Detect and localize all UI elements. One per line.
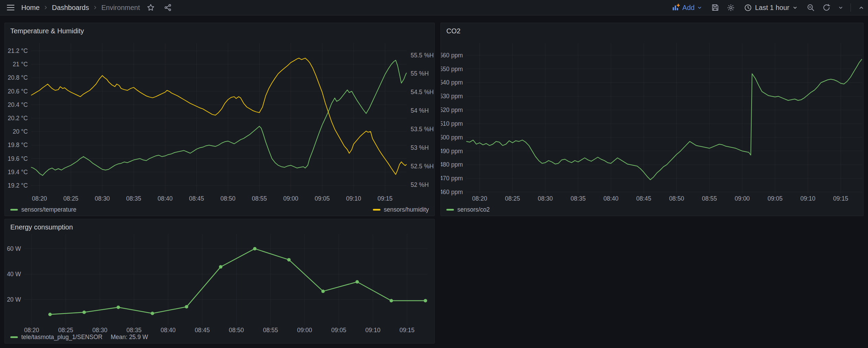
panel-temp-humidity: Temperature & Humidity 21.2 °C21 °C20.8 … (4, 23, 435, 216)
chart-canvas: 560 ppm550 ppm540 ppm530 ppm520 ppm510 p… (441, 23, 863, 216)
svg-text:08:40: 08:40 (158, 195, 173, 202)
panel-title-co2[interactable]: CO2 (446, 27, 460, 35)
svg-text:490 ppm: 490 ppm (441, 148, 463, 155)
temp-humidity-legend: sensors/temperaturesensors/humidity (10, 206, 429, 213)
x-axis-labels: 08:2008:2508:3008:3508:4008:4508:5008:55… (32, 195, 392, 202)
svg-text:460 ppm: 460 ppm (441, 189, 463, 195)
chevron-right-icon (93, 5, 98, 10)
gridlines (466, 43, 862, 193)
svg-text:520 ppm: 520 ppm (441, 106, 463, 113)
svg-text:08:35: 08:35 (571, 195, 586, 202)
svg-text:560 ppm: 560 ppm (441, 52, 463, 59)
legend-item-sensors-temperature[interactable]: sensors/temperature (10, 206, 77, 213)
panel-title-energy[interactable]: Energy consumption (10, 223, 73, 231)
breadcrumb-environment: Environment (101, 4, 140, 12)
chevron-right-icon (43, 5, 48, 10)
panel-energy: Energy consumption 60 W40 W20 W08:2008:2… (4, 219, 435, 344)
svg-text:55 %H: 55 %H (411, 70, 429, 77)
breadcrumb-dashboards[interactable]: Dashboards (52, 4, 89, 12)
energy-chart[interactable]: 60 W40 W20 W08:2008:2508:3008:3508:4008:… (5, 219, 434, 343)
add-label: Add (682, 4, 695, 12)
svg-text:19.6 °C: 19.6 °C (8, 155, 28, 162)
breadcrumb-home[interactable]: Home (21, 4, 39, 12)
y-axis-left-labels: 560 ppm550 ppm540 ppm530 ppm520 ppm510 p… (441, 52, 463, 195)
svg-text:540 ppm: 540 ppm (441, 79, 463, 86)
nav-right-group: Add (668, 2, 866, 13)
svg-text:21.2 °C: 21.2 °C (8, 47, 28, 54)
svg-text:52 %H: 52 %H (411, 181, 429, 188)
co2-chart[interactable]: 560 ppm550 ppm540 ppm530 ppm520 ppm510 p… (441, 23, 863, 216)
svg-text:09:10: 09:10 (800, 195, 815, 202)
gridlines (31, 43, 407, 193)
svg-text:40 W: 40 W (7, 271, 21, 278)
y-axis-left-labels: 21.2 °C21 °C20.8 °C20.6 °C20.4 °C20.2 °C… (8, 47, 28, 189)
svg-text:08:50: 08:50 (229, 327, 244, 334)
caret-up-icon[interactable] (856, 2, 866, 13)
chart-canvas: 60 W40 W20 W08:2008:2508:3008:3508:4008:… (5, 219, 434, 343)
svg-text:54 %H: 54 %H (411, 107, 429, 114)
time-range-picker[interactable]: Last 1 hour (741, 2, 801, 13)
svg-text:09:00: 09:00 (283, 195, 298, 202)
legend-label: tele/tasmota_plug_1/SENSOR (21, 334, 102, 341)
chevron-down-icon (792, 5, 798, 10)
svg-text:21 °C: 21 °C (13, 61, 28, 68)
add-button[interactable]: Add (668, 2, 706, 13)
save-dashboard-icon[interactable] (709, 2, 721, 13)
svg-text:08:20: 08:20 (32, 195, 47, 202)
svg-text:20.4 °C: 20.4 °C (8, 101, 28, 108)
settings-gear-icon[interactable] (725, 2, 737, 13)
svg-text:08:55: 08:55 (263, 327, 278, 334)
svg-text:500 ppm: 500 ppm (441, 134, 463, 141)
svg-text:09:05: 09:05 (767, 195, 783, 202)
svg-text:09:10: 09:10 (346, 195, 361, 202)
svg-text:08:40: 08:40 (603, 195, 618, 202)
legend-item-sensors-co2[interactable]: sensors/co2 (446, 206, 490, 213)
svg-text:19.2 °C: 19.2 °C (8, 182, 28, 189)
svg-text:08:20: 08:20 (24, 327, 39, 334)
svg-text:53.5 %H: 53.5 %H (411, 126, 434, 133)
menu-icon[interactable] (5, 2, 16, 13)
svg-text:08:50: 08:50 (220, 195, 236, 202)
legend-item-tele-tasmota-plug-1-SENSOR[interactable]: tele/tasmota_plug_1/SENSORMean: 25.9 W (10, 334, 148, 341)
legend-item-sensors-humidity[interactable]: sensors/humidity (373, 206, 429, 213)
legend-label: sensors/co2 (457, 206, 490, 213)
breadcrumb: Home Dashboards Environment (21, 4, 140, 12)
svg-text:08:40: 08:40 (161, 327, 176, 334)
svg-text:480 ppm: 480 ppm (441, 161, 463, 168)
svg-text:08:50: 08:50 (669, 195, 684, 202)
svg-text:08:45: 08:45 (636, 195, 651, 202)
svg-text:19.8 °C: 19.8 °C (8, 142, 28, 148)
svg-text:530 ppm: 530 ppm (441, 93, 463, 100)
series-sensors-co2 (467, 59, 862, 180)
series-color-marker (373, 209, 380, 211)
svg-text:08:45: 08:45 (189, 195, 204, 202)
svg-text:550 ppm: 550 ppm (441, 66, 463, 72)
svg-text:53 %H: 53 %H (411, 144, 429, 151)
top-nav: Home Dashboards Environment (0, 0, 868, 15)
series-sensors-humidity (31, 58, 406, 175)
temp-humidity-chart[interactable]: 21.2 °C21 °C20.8 °C20.6 °C20.4 °C20.2 °C… (5, 23, 434, 216)
series-color-marker (446, 209, 454, 211)
svg-text:19.4 °C: 19.4 °C (8, 169, 28, 176)
chevron-down-icon (838, 5, 843, 10)
svg-text:08:25: 08:25 (64, 195, 79, 202)
nav-left-group: Home Dashboards Environment (5, 2, 174, 13)
panel-title-temp-humidity[interactable]: Temperature & Humidity (10, 27, 84, 35)
star-icon[interactable] (145, 2, 157, 13)
refresh-interval-dropdown[interactable] (836, 2, 845, 13)
legend-stat-mean: Mean: 25.9 W (111, 334, 148, 341)
time-range-label: Last 1 hour (755, 4, 789, 12)
share-icon[interactable] (162, 2, 174, 13)
series-color-marker (10, 336, 18, 338)
zoom-out-icon[interactable] (804, 2, 817, 13)
chevron-down-icon (697, 5, 702, 10)
energy-legend: tele/tasmota_plug_1/SENSORMean: 25.9 W (10, 334, 429, 341)
legend-label: sensors/temperature (21, 206, 77, 213)
series-tele-tasmota-plug-1-SENSOR (50, 249, 425, 314)
svg-text:08:25: 08:25 (58, 327, 73, 334)
svg-text:09:00: 09:00 (735, 195, 750, 202)
svg-text:60 W: 60 W (7, 245, 21, 252)
refresh-icon[interactable] (820, 2, 833, 13)
svg-text:08:55: 08:55 (252, 195, 267, 202)
y-axis-right-labels: 55.5 %H55 %H54.5 %H54 %H53.5 %H53 %H52.5… (411, 52, 434, 188)
